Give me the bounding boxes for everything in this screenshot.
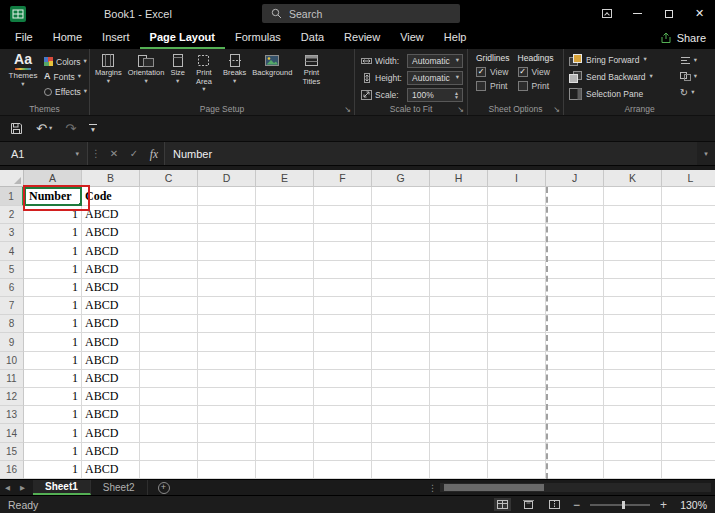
row-header-6[interactable]: 6 [0, 279, 24, 297]
cell-E6[interactable] [256, 279, 314, 297]
cell-A2[interactable]: 1 [24, 206, 82, 224]
cell-H10[interactable] [430, 352, 488, 370]
cell-B14[interactable]: ABCD [82, 424, 140, 442]
cell-C5[interactable] [140, 261, 198, 279]
cell-L3[interactable] [662, 224, 715, 242]
background-button[interactable]: Background [249, 51, 295, 102]
ribbon-tab-review[interactable]: Review [334, 27, 390, 49]
cell-H8[interactable] [430, 315, 488, 333]
column-header-c[interactable]: C [140, 170, 198, 187]
cell-A8[interactable]: 1 [24, 315, 82, 333]
cell-C13[interactable] [140, 406, 198, 424]
share-button[interactable]: Share [660, 27, 706, 49]
cell-K12[interactable] [604, 388, 662, 406]
zoom-level[interactable]: 130% [677, 499, 707, 511]
cell-A10[interactable]: 1 [24, 352, 82, 370]
cell-K8[interactable] [604, 315, 662, 333]
horizontal-scrollbar[interactable] [440, 483, 711, 492]
cell-B9[interactable]: ABCD [82, 333, 140, 351]
horizontal-scrollbar-thumb[interactable] [444, 484, 544, 491]
search-box[interactable]: Search [262, 4, 460, 23]
ribbon-tab-page-layout[interactable]: Page Layout [140, 27, 225, 49]
ribbon-tab-file[interactable]: File [5, 27, 43, 49]
cell-G1[interactable] [372, 187, 430, 206]
cell-E16[interactable] [256, 461, 314, 479]
cell-D13[interactable] [198, 406, 256, 424]
cell-C12[interactable] [140, 388, 198, 406]
cell-B7[interactable]: ABCD [82, 297, 140, 315]
fonts-button[interactable]: A Fonts ▾ [44, 70, 87, 83]
cell-J4[interactable] [546, 242, 604, 260]
send-backward-button[interactable]: Send Backward ▾ [569, 69, 653, 84]
cell-L11[interactable] [662, 370, 715, 388]
cell-B13[interactable]: ABCD [82, 406, 140, 424]
ribbon-display-options-button[interactable] [591, 0, 622, 27]
cell-L9[interactable] [662, 333, 715, 351]
sheet-tab-sheet2[interactable]: Sheet2 [91, 480, 148, 495]
cell-D14[interactable] [198, 424, 256, 442]
cell-L12[interactable] [662, 388, 715, 406]
cell-B16[interactable]: ABCD [82, 461, 140, 479]
cell-L4[interactable] [662, 242, 715, 260]
row-header-11[interactable]: 11 [0, 370, 24, 388]
cell-A15[interactable]: 1 [24, 443, 82, 461]
cell-C9[interactable] [140, 333, 198, 351]
cell-H7[interactable] [430, 297, 488, 315]
cell-F13[interactable] [314, 406, 372, 424]
page-break-preview-button[interactable] [546, 498, 563, 511]
cell-I10[interactable] [488, 352, 546, 370]
cell-F6[interactable] [314, 279, 372, 297]
cell-L10[interactable] [662, 352, 715, 370]
cell-F2[interactable] [314, 206, 372, 224]
cell-B6[interactable]: ABCD [82, 279, 140, 297]
cell-D5[interactable] [198, 261, 256, 279]
cell-A11[interactable]: 1 [24, 370, 82, 388]
cell-C16[interactable] [140, 461, 198, 479]
cell-G3[interactable] [372, 224, 430, 242]
cell-J15[interactable] [546, 443, 604, 461]
maximize-button[interactable] [653, 0, 684, 27]
cell-H2[interactable] [430, 206, 488, 224]
cell-F15[interactable] [314, 443, 372, 461]
column-header-i[interactable]: I [488, 170, 546, 187]
normal-view-button[interactable] [494, 498, 511, 511]
cell-L15[interactable] [662, 443, 715, 461]
ribbon-tab-formulas[interactable]: Formulas [225, 27, 291, 49]
themes-button[interactable]: Aa Themes ▾ [5, 52, 41, 102]
size-button[interactable]: Size ▾ [167, 51, 188, 102]
cell-K7[interactable] [604, 297, 662, 315]
cell-C1[interactable] [140, 187, 198, 206]
cell-A7[interactable]: 1 [24, 297, 82, 315]
cell-F5[interactable] [314, 261, 372, 279]
cell-D10[interactable] [198, 352, 256, 370]
cell-I14[interactable] [488, 424, 546, 442]
cell-B5[interactable]: ABCD [82, 261, 140, 279]
align-button[interactable]: ▾ [680, 54, 697, 67]
cell-D4[interactable] [198, 242, 256, 260]
cell-B1[interactable]: Code [82, 187, 140, 206]
cell-K15[interactable] [604, 443, 662, 461]
cell-L1[interactable] [662, 187, 715, 206]
cell-H14[interactable] [430, 424, 488, 442]
cell-C7[interactable] [140, 297, 198, 315]
gridlines-print-checkbox[interactable]: Print [476, 80, 510, 91]
cell-F4[interactable] [314, 242, 372, 260]
cell-D9[interactable] [198, 333, 256, 351]
cell-H11[interactable] [430, 370, 488, 388]
row-header-1[interactable]: 1 [0, 187, 24, 206]
cell-C11[interactable] [140, 370, 198, 388]
cell-F7[interactable] [314, 297, 372, 315]
cell-C2[interactable] [140, 206, 198, 224]
cell-H16[interactable] [430, 461, 488, 479]
cell-H5[interactable] [430, 261, 488, 279]
cell-H6[interactable] [430, 279, 488, 297]
cell-H13[interactable] [430, 406, 488, 424]
group-objects-button[interactable]: ▾ [680, 70, 697, 83]
page-layout-view-button[interactable] [520, 498, 537, 511]
cell-H9[interactable] [430, 333, 488, 351]
cell-G15[interactable] [372, 443, 430, 461]
cell-L6[interactable] [662, 279, 715, 297]
cell-K13[interactable] [604, 406, 662, 424]
cell-E13[interactable] [256, 406, 314, 424]
cell-J2[interactable] [546, 206, 604, 224]
